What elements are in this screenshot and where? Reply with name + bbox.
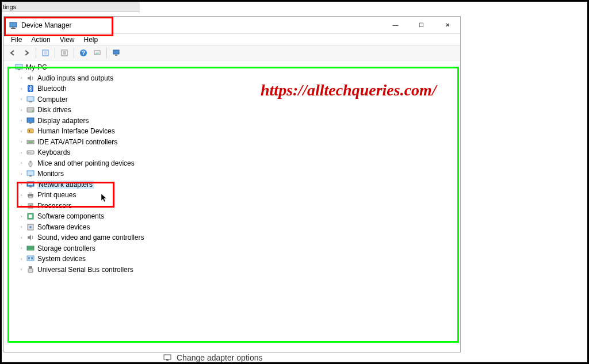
svg-rect-28	[28, 141, 33, 143]
svg-rect-33	[32, 152, 32, 152]
tree-item[interactable]: ›Network adapters	[6, 179, 460, 190]
svg-rect-52	[27, 256, 34, 260]
printer-icon	[26, 190, 35, 200]
tree-item-label: System devices	[37, 255, 86, 263]
show-hidden-icon[interactable]	[39, 47, 52, 59]
tree-item[interactable]: ›Processors	[6, 201, 460, 212]
svg-rect-42	[29, 192, 32, 194]
close-button[interactable]: ✕	[434, 17, 460, 33]
titlebar: Device Manager — ☐ ✕	[4, 17, 460, 34]
tree-item[interactable]: ›Audio inputs and outputs	[6, 73, 460, 84]
tree-item-label: Software devices	[37, 223, 90, 231]
root-label: My-PC	[26, 63, 47, 71]
expander-icon[interactable]: ›	[18, 191, 25, 198]
properties-icon[interactable]	[58, 47, 71, 59]
usb-icon	[26, 265, 35, 274]
bottom-fragment-text: Change adapter options	[177, 353, 262, 362]
svg-rect-13	[95, 53, 99, 53]
scan-icon[interactable]	[91, 47, 104, 59]
toolbar-separator	[106, 48, 107, 58]
expander-icon[interactable]: ›	[18, 266, 25, 273]
svg-rect-39	[28, 183, 33, 185]
svg-rect-0	[10, 22, 17, 27]
svg-rect-24	[29, 122, 32, 124]
tree-item-label: Print queues	[37, 191, 76, 199]
expander-icon[interactable]: ›	[18, 139, 25, 145]
menu-view[interactable]: View	[56, 35, 78, 45]
expander-icon[interactable]: ›	[18, 202, 25, 209]
svg-rect-17	[18, 69, 20, 70]
audio-icon	[26, 74, 35, 83]
hid-icon	[26, 127, 35, 136]
back-arrow-icon[interactable]	[6, 47, 19, 59]
tree-item-label: Display adapters	[37, 117, 89, 125]
svg-text:?: ?	[82, 50, 85, 56]
toolbar-separator	[74, 48, 74, 58]
device-tree[interactable]: ⌄ My-PC ›Audio inputs and outputs›Blueto…	[4, 60, 460, 352]
tree-item[interactable]: ›Sound, video and game controllers	[6, 232, 460, 243]
expander-icon[interactable]: ›	[18, 149, 25, 156]
menu-help[interactable]: Help	[81, 35, 102, 45]
svg-rect-2	[11, 28, 16, 29]
expander-icon[interactable]: ›	[18, 224, 25, 231]
keyboard-icon	[26, 148, 35, 157]
maximize-button[interactable]: ☐	[408, 17, 434, 33]
expander-icon[interactable]: ⌄	[6, 64, 13, 71]
svg-rect-26	[29, 130, 30, 132]
svg-rect-11	[94, 51, 100, 55]
tree-item[interactable]: ›Computer	[6, 94, 460, 105]
svg-rect-50	[27, 246, 34, 248]
help-icon[interactable]: ?	[77, 47, 90, 59]
forward-arrow-icon[interactable]	[20, 47, 33, 59]
expander-icon[interactable]: ›	[18, 213, 25, 220]
tree-item[interactable]: ›Print queues	[6, 190, 460, 201]
menu-action[interactable]: Action	[28, 35, 53, 45]
tree-item[interactable]: ›Software components	[6, 211, 460, 222]
expander-icon[interactable]: ›	[18, 170, 25, 177]
expander-icon[interactable]: ›	[18, 106, 25, 113]
minimize-button[interactable]: —	[383, 17, 408, 33]
monitor-icon[interactable]	[110, 47, 123, 59]
svg-rect-40	[29, 186, 32, 187]
tree-item[interactable]: ›Monitors	[6, 168, 460, 179]
tree-item[interactable]: ›Mice and other pointing devices	[6, 158, 460, 169]
window-title: Device Manager	[21, 21, 383, 29]
expander-icon[interactable]: ›	[18, 181, 25, 188]
computer-icon	[26, 95, 35, 104]
tree-item[interactable]: ›Bluetooth	[6, 83, 460, 94]
tree-item[interactable]: ›Universal Serial Bus controllers	[6, 265, 460, 275]
menu-file[interactable]: File	[7, 35, 25, 45]
svg-rect-55	[29, 266, 32, 269]
tree-item[interactable]: ›Software devices	[6, 222, 460, 233]
expander-icon[interactable]: ›	[18, 85, 25, 92]
expander-icon[interactable]: ›	[18, 255, 25, 262]
svg-rect-16	[16, 64, 22, 69]
tree-root[interactable]: ⌄ My-PC	[6, 62, 460, 73]
svg-rect-32	[30, 152, 31, 152]
tree-item-label: Storage controllers	[37, 244, 95, 252]
svg-rect-15	[115, 55, 117, 56]
sw-comp-icon	[26, 212, 35, 221]
tree-item[interactable]: ›IDE ATA/ATAPI controllers	[6, 137, 460, 148]
tree-item[interactable]: ›System devices	[6, 254, 460, 265]
bottom-fragment: Change adapter options	[163, 353, 262, 362]
tree-item[interactable]: ›Keyboards	[6, 147, 460, 158]
expander-icon[interactable]: ›	[18, 128, 25, 135]
expander-icon[interactable]: ›	[18, 160, 25, 167]
tree-item-label: Audio inputs and outputs	[37, 74, 113, 82]
svg-rect-58	[166, 359, 169, 361]
svg-rect-57	[164, 355, 171, 359]
tree-item[interactable]: ›Storage controllers	[6, 243, 460, 254]
tree-item-label: Mice and other pointing devices	[37, 159, 135, 167]
expander-icon[interactable]: ›	[18, 234, 25, 241]
expander-icon[interactable]: ›	[18, 75, 25, 82]
svg-rect-1	[12, 27, 14, 28]
tree-item[interactable]: ›Display adapters	[6, 116, 460, 127]
expander-icon[interactable]: ›	[18, 117, 25, 124]
expander-icon[interactable]: ›	[18, 96, 25, 103]
tree-item[interactable]: ›Disk drives	[6, 105, 460, 116]
bluetooth-icon	[26, 84, 35, 93]
tree-item[interactable]: ›Human Interface Devices	[6, 126, 460, 137]
expander-icon[interactable]: ›	[18, 245, 25, 252]
display-icon	[26, 116, 35, 125]
